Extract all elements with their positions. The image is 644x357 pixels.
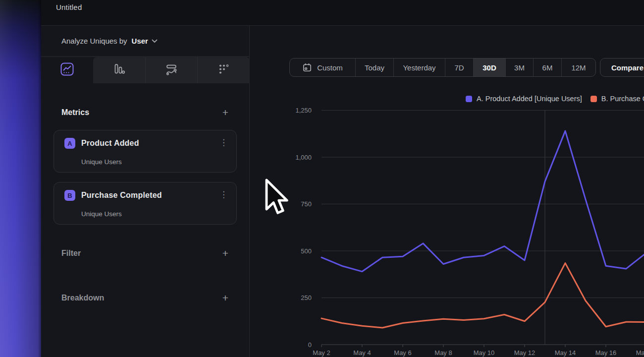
app-screen: Untitled Analyze Uniques by User	[0, 0, 644, 357]
bar-chart-icon	[112, 63, 125, 78]
svg-text:May 18: May 18	[636, 349, 644, 357]
svg-text:May 16: May 16	[595, 349, 617, 357]
metric-card-a[interactable]: A Product Added ⋮ Unique Users	[54, 130, 237, 173]
metric-subtitle: Unique Users	[81, 158, 122, 166]
svg-text:May 8: May 8	[434, 349, 452, 357]
tab-funnel-dots[interactable]	[197, 57, 250, 83]
svg-text:May 4: May 4	[353, 349, 371, 357]
svg-text:May 6: May 6	[394, 349, 411, 357]
chart-panel: Custom Today Yesterday 7D 30D 3M 6M 12M …	[250, 26, 644, 357]
svg-text:May 12: May 12	[514, 349, 536, 357]
add-breakdown-button[interactable]: +	[222, 293, 228, 303]
chevron-down-icon	[152, 39, 158, 43]
add-metric-button[interactable]: +	[222, 108, 228, 118]
svg-text:500: 500	[301, 247, 312, 255]
metric-badge-b: B	[64, 190, 75, 201]
funnel-dots-icon	[217, 63, 230, 78]
breakdown-header: Breakdown +	[41, 292, 249, 304]
titlebar: Untitled	[41, 0, 644, 26]
analyze-value-dropdown[interactable]: User	[132, 37, 148, 45]
kebab-menu-icon[interactable]: ⋮	[219, 189, 228, 200]
metrics-title: Metrics	[61, 108, 89, 117]
chart-type-tabs-group	[93, 57, 250, 83]
report-title[interactable]: Untitled	[56, 3, 82, 11]
svg-text:1,250: 1,250	[295, 107, 312, 114]
mouse-cursor	[263, 178, 289, 220]
sidebar: Analyze Uniques by User	[41, 26, 250, 357]
analyze-row: Analyze Uniques by User	[41, 26, 249, 57]
background-gradient-strip	[0, 0, 41, 357]
line-chart-svg: 02505007501,0001,250May 2May 4May 6May 8…	[250, 26, 644, 357]
app-window: Untitled Analyze Uniques by User	[41, 0, 644, 357]
tab-flow[interactable]	[145, 57, 198, 83]
chart-type-tabs	[41, 57, 249, 83]
metric-title: Product Added	[81, 139, 139, 148]
tab-line-chart[interactable]	[41, 57, 93, 83]
add-filter-button[interactable]: +	[222, 248, 228, 258]
flow-icon	[165, 63, 178, 78]
analyze-label: Analyze Uniques by	[61, 37, 127, 45]
line-chart-icon	[60, 62, 74, 78]
svg-text:750: 750	[301, 200, 312, 208]
filter-title: Filter	[61, 249, 81, 258]
svg-text:May 10: May 10	[474, 349, 495, 357]
svg-text:0: 0	[308, 341, 312, 349]
metric-subtitle: Unique Users	[81, 210, 122, 218]
svg-text:May 14: May 14	[555, 349, 576, 357]
line-chart[interactable]: 02505007501,0001,250May 2May 4May 6May 8…	[250, 26, 644, 357]
breakdown-title: Breakdown	[61, 294, 104, 302]
svg-text:1,000: 1,000	[295, 154, 312, 161]
svg-text:250: 250	[301, 294, 312, 301]
metric-title: Purchase Completed	[81, 191, 162, 200]
svg-text:May 2: May 2	[313, 349, 330, 357]
metric-card-b[interactable]: B Purchase Completed ⋮ Unique Users	[54, 182, 237, 225]
metrics-header: Metrics +	[41, 106, 249, 119]
metric-badge-a: A	[64, 138, 75, 149]
tab-bar-chart[interactable]	[93, 57, 145, 83]
filter-header: Filter +	[41, 247, 249, 260]
kebab-menu-icon[interactable]: ⋮	[219, 137, 228, 148]
